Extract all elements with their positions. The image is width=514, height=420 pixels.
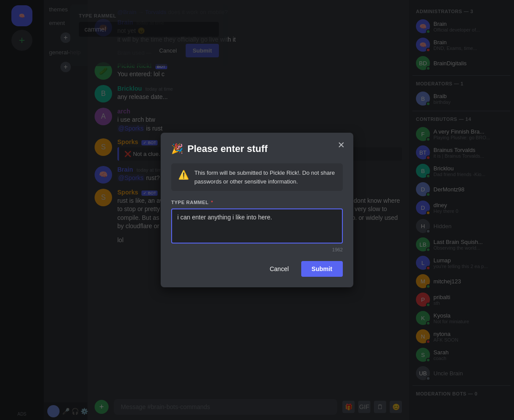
modal-warning: ⚠️ This form will be submitted to Pickle…	[171, 163, 343, 191]
modal-submit-button[interactable]: Submit	[301, 261, 343, 277]
char-count: 1962	[171, 247, 343, 252]
modal-cancel-button[interactable]: Cancel	[263, 261, 296, 277]
modal-textarea[interactable]: i can enter anything i like into here.	[171, 208, 343, 244]
required-star: *	[211, 200, 213, 205]
warning-icon: ⚠️	[178, 169, 189, 180]
modal-close-button[interactable]: ✕	[336, 140, 346, 150]
modal-title-emoji: 🎉	[171, 143, 183, 155]
field-label: TYPE RAMMEL *	[171, 200, 343, 205]
modal-overlay: 🎉 Please enter stuff ✕ ⚠️ This form will…	[0, 0, 514, 420]
modal-buttons: Cancel Submit	[171, 261, 343, 277]
modal-title: 🎉 Please enter stuff	[171, 143, 343, 155]
modal-dialog: 🎉 Please enter stuff ✕ ⚠️ This form will…	[161, 133, 353, 287]
warning-text: This form will be submitted to Pickle Ri…	[194, 169, 336, 186]
